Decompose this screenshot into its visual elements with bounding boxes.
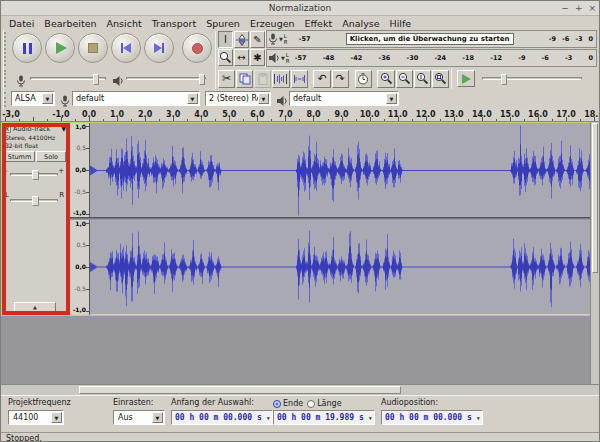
selection-start-field[interactable]: 00 h 00 m 00.000 s▼ [171,410,273,425]
gain-slider[interactable] [10,173,58,176]
menu-hilfe[interactable]: Hilfe [385,17,417,30]
amplitude-label: 0,0 [75,166,86,173]
menu-spuren[interactable]: Spuren [201,17,245,30]
track-title[interactable]: Audio-Track [13,125,61,133]
stop-button[interactable] [78,33,108,63]
ruler-tick [580,119,581,121]
horizontal-scrollbar[interactable] [1,384,599,395]
tool-timeshift-button[interactable]: ↔ [234,49,249,66]
project-rate-select[interactable]: 44100▼ [8,410,64,425]
snap-select[interactable]: Aus▼ [113,410,165,425]
recording-channels-select[interactable]: 2 (Stereo) Rec▼ [205,91,271,106]
ruler-tick [117,117,118,121]
ruler-tick [159,119,160,121]
close-icon[interactable]: × [588,4,596,13]
vertical-ruler-right-channel[interactable]: 1,00,50,0-0,5-1,0 [68,220,90,315]
amplitude-label: 0,5 [76,241,86,248]
menu-ansicht[interactable]: Ansicht [102,17,147,30]
zoom-fit-button[interactable] [432,70,449,88]
ruler-tick [384,119,385,121]
meter-db-value: 0 [588,35,593,43]
tool-zoom-button[interactable] [218,49,233,66]
maximize-icon[interactable]: + [575,4,583,13]
audio-position-field[interactable]: 00 h 00 m 00.000 s▼ [381,410,483,425]
chevron-down-icon: ▼ [369,415,372,421]
radio-end[interactable]: Ende [273,399,303,408]
recording-meter[interactable]: ▼LR-57Klicken, um die Überwachung zu sta… [266,30,597,48]
track-bitdepth-info: 32-bit float [5,142,38,149]
monitoring-tooltip[interactable]: Klicken, um die Überwachung zu starten [346,33,514,45]
silence-button[interactable] [291,70,308,88]
amplitude-label: 0,5 [76,144,86,151]
playback-meter[interactable]: ▼LR-57-48-42-36-30-24-18-12-9-6-30 [266,49,597,67]
menu-bar: DateiBearbeitenAnsichtTransportSpurenErz… [1,16,599,30]
menu-transport[interactable]: Transport [147,17,202,30]
meter-channel-label: R [286,58,290,64]
input-volume-slider[interactable] [30,77,106,80]
meter-db-value: -9 [549,35,556,43]
menu-analyse[interactable]: Analyse [337,17,384,30]
trim-button[interactable] [272,70,289,88]
audio-track: X Audio-Track ▼ Stereo, 44100Hz 32-bit f… [1,122,592,316]
gain-max-label: + [58,167,64,175]
audio-host-select[interactable]: ALSA▼ [11,91,55,106]
playback-speed-slider[interactable] [482,77,582,80]
vertical-scrollbar[interactable] [590,122,599,384]
solo-button[interactable]: Solo [36,151,66,162]
mute-button[interactable]: Stumm [4,151,35,162]
skip-start-button[interactable] [111,33,141,63]
play-button[interactable] [45,33,75,63]
radio-length-label: Länge [317,399,341,408]
play-at-speed-button[interactable] [457,70,475,87]
cut-button[interactable]: ✂ [218,70,235,88]
skip-end-button[interactable] [144,33,174,63]
pan-slider[interactable] [10,199,58,202]
tool-multi-button[interactable]: ✱ [250,49,265,66]
zoom-out-button[interactable] [396,70,413,88]
undo-button[interactable]: ↶ [313,70,330,88]
ruler-tick [426,117,427,121]
record-button[interactable] [182,33,212,63]
recording-device-select[interactable]: default▼ [72,91,200,106]
radio-length[interactable]: Länge [307,399,341,408]
tool-selection-button[interactable]: I [218,31,233,48]
playback-device-select[interactable]: default▼ [289,91,399,106]
snap-value: Aus [118,413,133,422]
output-volume-slider[interactable] [126,77,206,80]
menu-erzeugen[interactable]: Erzeugen [245,17,300,30]
vertical-scrollbar-thumb[interactable] [592,123,598,273]
menu-datei[interactable]: Datei [4,17,39,30]
timeline-ruler[interactable]: -3,0-1,00.01.02.03.04.05.06.07.08.09.010… [1,109,599,122]
track-close-button[interactable]: X [3,125,11,133]
track-menu-icon[interactable]: ▼ [61,125,66,132]
menu-effekt[interactable]: Effekt [300,17,338,30]
paste-button[interactable] [254,70,271,88]
horizontal-scrollbar-thumb[interactable] [79,386,401,394]
tool-envelope-button[interactable] [234,31,249,48]
redo-button[interactable]: ↷ [332,70,349,88]
selection-end-field[interactable]: 00 h 00 m 19.989 s▼ [273,410,375,425]
vertical-ruler-left-channel[interactable]: 1,00,50,0-0,5-1,0 [68,123,90,217]
recording-device-value: default [76,94,104,103]
waveform-right-channel[interactable] [90,220,593,314]
amplitude-label: -0,5 [74,188,86,195]
copy-button[interactable] [236,70,253,88]
menu-bearbeiten[interactable]: Bearbeiten [39,17,101,30]
track-collapse-button[interactable]: ▲ [14,302,56,312]
synclock-button[interactable] [355,70,372,88]
minimize-icon[interactable]: − [561,4,569,13]
pause-button[interactable] [12,33,42,63]
audio-position-group: Audioposition: 00 h 00 m 00.000 s▼ [381,398,483,425]
title-bar[interactable]: Normalization − + × [1,1,599,16]
channel-divider [68,217,593,220]
toolbar-grip[interactable] [4,32,7,66]
waveform-left-channel[interactable] [90,123,593,217]
zoom-selection-button[interactable] [414,70,431,88]
ruler-tick [285,117,286,121]
meter-db-value: -6 [542,54,549,62]
zoom-in-button[interactable] [377,70,394,88]
toolbar-grip[interactable] [4,92,7,107]
toolbar-grip[interactable] [4,70,7,87]
ruler-tick [299,119,300,121]
tool-draw-button[interactable]: ✎ [250,31,265,48]
